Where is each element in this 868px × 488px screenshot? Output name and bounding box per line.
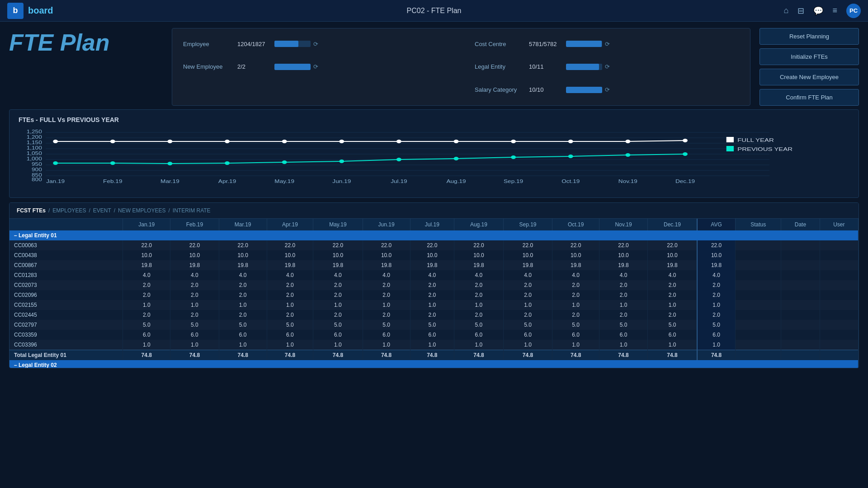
row-value: 2.0 [454, 290, 504, 300]
user-cell [820, 320, 858, 330]
col-may: May.19 [313, 219, 363, 230]
row-value: 22.0 [267, 240, 313, 250]
row-value: 19.8 [552, 260, 599, 270]
tab-fcst-ftes[interactable]: FCST FTEs [17, 207, 46, 214]
home-icon[interactable]: ⌂ [784, 6, 789, 15]
table-row[interactable]: CC021551.01.01.01.01.01.01.01.01.01.01.0… [9, 300, 859, 310]
table-row[interactable]: CC024452.02.02.02.02.02.02.02.02.02.02.0… [9, 310, 859, 320]
table-row[interactable]: CC0006322.022.022.022.022.022.022.022.02… [9, 240, 859, 250]
row-value: 4.0 [363, 270, 410, 280]
row-value: 4.0 [267, 270, 313, 280]
user-cell [820, 260, 858, 270]
kpi-cost-centre-value: 5781/5782 [529, 41, 561, 47]
row-code: CC02073 [9, 280, 123, 290]
row-value: 22.0 [410, 240, 454, 250]
reset-planning-button[interactable]: Reset Planning [760, 28, 859, 45]
row-value: 4.0 [410, 270, 454, 280]
row-value: 5.0 [313, 320, 363, 330]
grid-icon[interactable]: ⊟ [797, 6, 804, 16]
row-avg: 6.0 [697, 330, 736, 340]
kpi-cost-centre-label: Cost Centre [475, 41, 524, 47]
row-value: 6.0 [313, 330, 363, 340]
status-cell [736, 310, 781, 320]
kpi-new-employee-refresh[interactable]: ⟳ [313, 63, 318, 70]
page-title: FTE Plan [9, 28, 163, 106]
row-value: 1.0 [123, 340, 170, 350]
table-row[interactable]: CC020962.02.02.02.02.02.02.02.02.02.02.0… [9, 290, 859, 300]
svg-point-37 [396, 158, 401, 161]
row-value: 19.8 [648, 260, 698, 270]
row-avg: 5.0 [697, 320, 736, 330]
row-value: 4.0 [648, 270, 698, 280]
tab-employees[interactable]: EMPLOYEES [52, 207, 86, 214]
menu-icon[interactable]: ≡ [832, 6, 837, 15]
status-cell [736, 330, 781, 340]
table-row[interactable]: CC027975.05.05.05.05.05.05.05.05.05.05.0… [9, 320, 859, 330]
status-cell [736, 290, 781, 300]
date-cell [781, 330, 820, 340]
row-value: 1.0 [454, 300, 504, 310]
tab-new-employees[interactable]: NEW EMPLOYEES [118, 207, 165, 214]
chart-svg: 1,250 1,200 1,150 1,100 1,050 1,000 950 … [19, 128, 849, 187]
confirm-fte-plan-button[interactable]: Confirm FTE Plan [760, 89, 859, 106]
nav-logo[interactable]: b [7, 3, 24, 19]
svg-point-23 [282, 140, 287, 143]
status-cell [736, 340, 781, 350]
kpi-cost-centre-refresh[interactable]: ⟳ [605, 41, 610, 47]
svg-text:Jun.19: Jun.19 [332, 179, 351, 184]
kpi-employee-refresh[interactable]: ⟳ [313, 41, 318, 47]
svg-text:Jul.19: Jul.19 [391, 179, 407, 184]
row-value: 6.0 [503, 330, 552, 340]
date-cell [781, 270, 820, 280]
kpi-empty [183, 80, 448, 99]
row-value: 4.0 [219, 270, 267, 280]
svg-text:1,100: 1,100 [27, 145, 42, 151]
svg-text:Apr.19: Apr.19 [218, 179, 236, 184]
user-cell [820, 310, 858, 320]
total-value: 74.8 [648, 350, 698, 361]
initialize-ftes-button[interactable]: Initialize FTEs [760, 48, 859, 65]
total-value: 74.8 [410, 350, 454, 361]
row-value: 10.0 [552, 250, 599, 260]
table-row[interactable]: CC033596.06.06.06.06.06.06.06.06.06.06.0… [9, 330, 859, 340]
row-value: 1.0 [648, 340, 698, 350]
col-dec: Dec.19 [648, 219, 698, 230]
svg-point-38 [454, 157, 459, 160]
svg-point-34 [225, 161, 230, 165]
table-row[interactable]: CC0086719.819.819.819.819.819.819.819.81… [9, 260, 859, 270]
row-value: 1.0 [313, 300, 363, 310]
chat-icon[interactable]: 💬 [813, 6, 823, 16]
group-header-row[interactable]: – Legal Entity 01 [9, 230, 859, 240]
row-value: 5.0 [503, 320, 552, 330]
row-value: 1.0 [410, 340, 454, 350]
status-cell [736, 270, 781, 280]
row-value: 6.0 [123, 330, 170, 340]
row-value: 2.0 [123, 310, 170, 320]
group-header-row[interactable]: – Legal Entity 02 [9, 360, 859, 368]
table-row[interactable]: CC0043810.010.010.010.010.010.010.010.01… [9, 250, 859, 260]
status-cell [736, 300, 781, 310]
row-value: 4.0 [170, 270, 219, 280]
status-cell [736, 260, 781, 270]
row-avg: 10.0 [697, 250, 736, 260]
table-row[interactable]: CC012834.04.04.04.04.04.04.04.04.04.04.0… [9, 270, 859, 280]
row-avg: 22.0 [697, 240, 736, 250]
user-cell [820, 240, 858, 250]
kpi-legal-entity-refresh[interactable]: ⟳ [605, 63, 610, 70]
row-value: 6.0 [219, 330, 267, 340]
svg-text:May.19: May.19 [274, 179, 294, 184]
tab-interim-rate[interactable]: INTERIM RATE [173, 207, 211, 214]
col-jun: Jun.19 [363, 219, 410, 230]
row-code: CC03396 [9, 340, 123, 350]
row-value: 2.0 [267, 290, 313, 300]
svg-rect-55 [726, 137, 734, 142]
col-status: Status [736, 219, 781, 230]
tab-event[interactable]: EVENT [93, 207, 111, 214]
table-scroll[interactable]: Jan.19 Feb.19 Mar.19 Apr.19 May.19 Jun.1… [9, 219, 859, 368]
table-section: FCST FTEs / EMPLOYEES / EVENT / NEW EMPL… [9, 202, 859, 368]
create-new-employee-button[interactable]: Create New Employee [760, 69, 859, 85]
kpi-salary-category-refresh[interactable]: ⟳ [605, 86, 610, 93]
table-row[interactable]: CC020732.02.02.02.02.02.02.02.02.02.02.0… [9, 280, 859, 290]
table-row[interactable]: CC033961.01.01.01.01.01.01.01.01.01.01.0… [9, 340, 859, 350]
avatar[interactable]: PC [846, 4, 861, 18]
